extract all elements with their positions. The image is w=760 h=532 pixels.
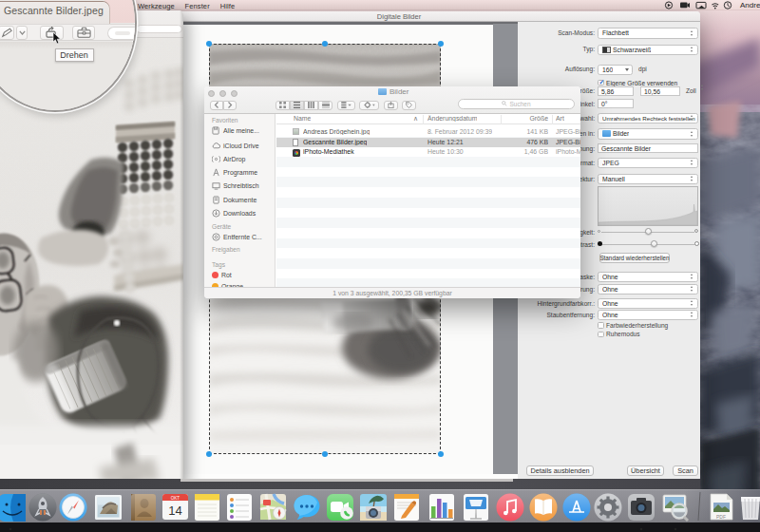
svg-text:14: 14	[168, 504, 181, 518]
svg-text:PDF: PDF	[716, 514, 726, 520]
svg-text:OKT: OKT	[171, 496, 180, 501]
